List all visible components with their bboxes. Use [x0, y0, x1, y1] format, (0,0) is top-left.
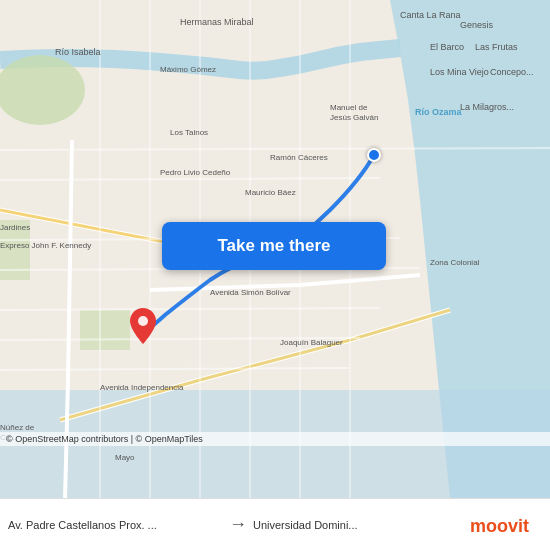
svg-text:Canta La Rana: Canta La Rana: [400, 10, 461, 20]
app: Hermanas Mirabal Canta La Rana Genesis E…: [0, 0, 550, 550]
svg-text:Jardines: Jardines: [0, 223, 30, 232]
svg-text:Avenida Independencia: Avenida Independencia: [100, 383, 184, 392]
origin-marker: [367, 148, 381, 162]
svg-text:El Barco: El Barco: [430, 42, 464, 52]
svg-text:Pedro Livio Cedeño: Pedro Livio Cedeño: [160, 168, 231, 177]
svg-text:Manuel de: Manuel de: [330, 103, 368, 112]
svg-text:Joaquín Balaguer: Joaquín Balaguer: [280, 338, 343, 347]
svg-text:Expreso John F. Kennedy: Expreso John F. Kennedy: [0, 241, 91, 250]
svg-text:Núñez de: Núñez de: [0, 423, 35, 432]
take-me-there-button[interactable]: Take me there: [162, 222, 386, 270]
svg-text:Los Mina Viejo: Los Mina Viejo: [430, 67, 489, 77]
map-container: Hermanas Mirabal Canta La Rana Genesis E…: [0, 0, 550, 498]
svg-text:Las Frutas: Las Frutas: [475, 42, 518, 52]
svg-text:Ramón Cáceres: Ramón Cáceres: [270, 153, 328, 162]
svg-text:Hermanas Mirabal: Hermanas Mirabal: [180, 17, 254, 27]
destination-label: Universidad Domini...: [253, 519, 468, 531]
svg-text:Jesús Galván: Jesús Galván: [330, 113, 378, 122]
map-attribution: © OpenStreetMap contributors | © OpenMap…: [0, 432, 550, 446]
origin-label: Av. Padre Castellanos Prox. ...: [8, 519, 223, 531]
svg-text:Río Ozama: Río Ozama: [415, 107, 463, 117]
svg-rect-4: [80, 310, 130, 350]
svg-text:Mauricio Báez: Mauricio Báez: [245, 188, 296, 197]
svg-text:Genesis: Genesis: [460, 20, 494, 30]
svg-text:Mayo: Mayo: [115, 453, 135, 462]
svg-text:Los Talnos: Los Talnos: [170, 128, 208, 137]
svg-text:Máximo Gómez: Máximo Gómez: [160, 65, 216, 74]
svg-text:Concepo...: Concepo...: [490, 67, 534, 77]
svg-text:Río Isabela: Río Isabela: [55, 47, 101, 57]
svg-text:Zona Colonial: Zona Colonial: [430, 258, 480, 267]
destination-marker: [130, 308, 156, 344]
route-destination: Universidad Domini...: [253, 519, 468, 531]
route-origin: Av. Padre Castellanos Prox. ...: [8, 519, 223, 531]
svg-text:Avenida Simón Bolívar: Avenida Simón Bolívar: [210, 288, 291, 297]
svg-text:moovit: moovit: [470, 516, 529, 536]
moovit-logo: moovit: [468, 510, 542, 540]
svg-text:La Milagros...: La Milagros...: [460, 102, 514, 112]
route-arrow: →: [223, 514, 253, 535]
svg-point-31: [138, 316, 148, 326]
moovit-logo-svg: moovit: [468, 510, 538, 540]
bottom-bar: Av. Padre Castellanos Prox. ... → Univer…: [0, 498, 550, 550]
